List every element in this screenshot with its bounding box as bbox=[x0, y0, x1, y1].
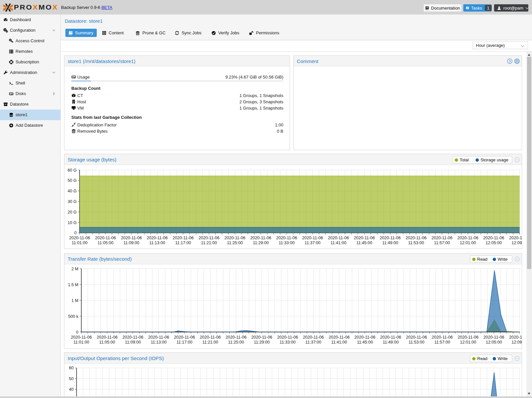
svg-text:2020-11-06: 2020-11-06 bbox=[458, 335, 479, 340]
svg-text:11:17:00: 11:17:00 bbox=[177, 340, 193, 345]
svg-text:11:45:00: 11:45:00 bbox=[356, 241, 372, 245]
svg-text:11:13:00: 11:13:00 bbox=[149, 241, 165, 245]
svg-text:2020-11-06: 2020-11-06 bbox=[303, 335, 324, 340]
svg-text:11:37:00: 11:37:00 bbox=[305, 340, 321, 345]
svg-text:11:57:00: 11:57:00 bbox=[434, 340, 450, 345]
svg-text:2020-11-06: 2020-11-06 bbox=[225, 236, 246, 240]
svg-text:2020-11-06: 2020-11-06 bbox=[95, 236, 116, 240]
svg-text:11:49:00: 11:49:00 bbox=[382, 241, 398, 245]
svg-text:11:33:00: 11:33:00 bbox=[280, 340, 296, 345]
svg-text:2020-11-06: 2020-11-06 bbox=[432, 335, 453, 340]
svg-text:11:09:00: 11:09:00 bbox=[125, 340, 141, 345]
svg-text:2020-11-06: 2020-11-06 bbox=[123, 335, 144, 340]
svg-text:1 M: 1 M bbox=[71, 298, 78, 303]
svg-text:2020-11-06: 2020-11-06 bbox=[276, 236, 297, 240]
svg-text:11:01:00: 11:01:00 bbox=[72, 241, 88, 245]
svg-text:2020-11-06: 2020-11-06 bbox=[406, 236, 427, 240]
svg-text:2020-11-06: 2020-11-06 bbox=[329, 335, 350, 340]
svg-text:2020-11-06: 2020-11-06 bbox=[71, 335, 92, 340]
svg-text:11:09:00: 11:09:00 bbox=[124, 241, 139, 245]
svg-text:2020-11-06: 2020-11-06 bbox=[509, 335, 522, 340]
svg-text:12:09:00: 12:09:00 bbox=[512, 241, 522, 245]
svg-text:50 G: 50 G bbox=[68, 178, 77, 183]
svg-text:10 G: 10 G bbox=[68, 220, 77, 225]
svg-text:60 G: 60 G bbox=[68, 168, 77, 173]
svg-text:2020-11-06: 2020-11-06 bbox=[251, 335, 272, 340]
svg-text:12:05:00: 12:05:00 bbox=[486, 241, 502, 245]
svg-text:11:53:00: 11:53:00 bbox=[408, 340, 424, 345]
svg-text:12:01:00: 12:01:00 bbox=[460, 241, 476, 245]
svg-text:50: 50 bbox=[69, 377, 74, 381]
svg-text:11:57:00: 11:57:00 bbox=[434, 241, 450, 245]
svg-text:500 k: 500 k bbox=[68, 314, 79, 319]
svg-text:2020-11-06: 2020-11-06 bbox=[328, 236, 349, 240]
svg-text:2020-11-06: 2020-11-06 bbox=[97, 335, 118, 340]
svg-text:11:13:00: 11:13:00 bbox=[151, 340, 166, 345]
svg-text:2 M: 2 M bbox=[71, 267, 78, 271]
svg-text:2020-11-06: 2020-11-06 bbox=[226, 335, 247, 340]
svg-text:11:45:00: 11:45:00 bbox=[357, 340, 373, 345]
svg-text:11:41:00: 11:41:00 bbox=[331, 241, 346, 245]
svg-text:11:25:00: 11:25:00 bbox=[228, 340, 244, 345]
svg-text:0: 0 bbox=[74, 231, 77, 235]
svg-text:11:29:00: 11:29:00 bbox=[254, 340, 270, 345]
svg-text:11:21:00: 11:21:00 bbox=[201, 241, 217, 245]
svg-text:40: 40 bbox=[69, 387, 74, 392]
svg-text:11:05:00: 11:05:00 bbox=[99, 340, 115, 345]
svg-text:11:25:00: 11:25:00 bbox=[227, 241, 243, 245]
svg-text:2020-11-06: 2020-11-06 bbox=[302, 236, 323, 240]
svg-text:2020-11-06: 2020-11-06 bbox=[250, 236, 271, 240]
svg-text:2020-11-06: 2020-11-06 bbox=[432, 236, 453, 240]
svg-text:2020-11-06: 2020-11-06 bbox=[277, 335, 298, 340]
svg-text:2020-11-06: 2020-11-06 bbox=[457, 236, 479, 240]
svg-text:12:01:00: 12:01:00 bbox=[460, 340, 476, 345]
svg-text:2020-11-06: 2020-11-06 bbox=[406, 335, 427, 340]
svg-text:60: 60 bbox=[69, 366, 74, 370]
svg-text:2020-11-06: 2020-11-06 bbox=[198, 236, 220, 240]
svg-text:2020-11-06: 2020-11-06 bbox=[121, 236, 142, 240]
svg-text:2020-11-06: 2020-11-06 bbox=[174, 335, 195, 340]
svg-text:11:29:00: 11:29:00 bbox=[253, 241, 269, 245]
svg-text:11:37:00: 11:37:00 bbox=[304, 241, 320, 245]
svg-text:1.5 M: 1.5 M bbox=[68, 282, 79, 287]
svg-text:2020-11-06: 2020-11-06 bbox=[509, 236, 522, 240]
svg-text:0: 0 bbox=[76, 330, 78, 335]
svg-text:11:21:00: 11:21:00 bbox=[202, 340, 218, 345]
svg-text:2020-11-06: 2020-11-06 bbox=[483, 236, 504, 240]
svg-text:40 G: 40 G bbox=[68, 189, 77, 193]
svg-text:2020-11-06: 2020-11-06 bbox=[380, 236, 401, 240]
svg-text:11:33:00: 11:33:00 bbox=[279, 241, 295, 245]
svg-text:30 G: 30 G bbox=[68, 199, 77, 204]
svg-text:2020-11-06: 2020-11-06 bbox=[483, 335, 505, 340]
svg-text:12:05:00: 12:05:00 bbox=[486, 340, 502, 345]
svg-text:2020-11-06: 2020-11-06 bbox=[354, 236, 375, 240]
svg-text:11:41:00: 11:41:00 bbox=[331, 340, 347, 345]
svg-text:11:17:00: 11:17:00 bbox=[175, 241, 191, 245]
svg-text:2020-11-06: 2020-11-06 bbox=[69, 236, 90, 240]
svg-text:2020-11-06: 2020-11-06 bbox=[147, 236, 168, 240]
svg-text:2020-11-06: 2020-11-06 bbox=[354, 335, 375, 340]
svg-text:2020-11-06: 2020-11-06 bbox=[200, 335, 221, 340]
svg-text:2020-11-06: 2020-11-06 bbox=[148, 335, 169, 340]
svg-text:12:09:00: 12:09:00 bbox=[512, 340, 522, 345]
svg-text:11:01:00: 11:01:00 bbox=[73, 340, 89, 345]
svg-text:11:49:00: 11:49:00 bbox=[383, 340, 399, 345]
svg-text:20 G: 20 G bbox=[68, 210, 77, 215]
svg-text:11:05:00: 11:05:00 bbox=[97, 241, 113, 245]
svg-text:11:53:00: 11:53:00 bbox=[408, 241, 424, 245]
svg-text:2020-11-06: 2020-11-06 bbox=[173, 236, 194, 240]
svg-text:2020-11-06: 2020-11-06 bbox=[380, 335, 401, 340]
